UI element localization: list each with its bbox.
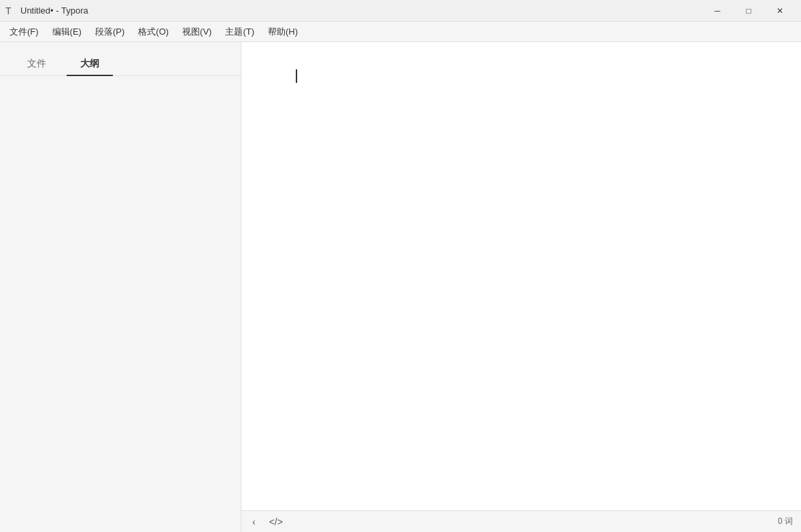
editor-content[interactable]	[241, 42, 801, 510]
typora-icon: T	[5, 5, 16, 16]
sidebar: 文件 大纲	[0, 42, 241, 532]
menu-help[interactable]: 帮助(H)	[261, 23, 305, 41]
tab-files[interactable]: 文件	[14, 52, 60, 75]
menu-format[interactable]: 格式(O)	[131, 23, 175, 41]
sidebar-tabs: 文件 大纲	[0, 42, 241, 76]
status-bar: ‹ </> 0 词	[241, 510, 801, 532]
sidebar-content	[0, 76, 241, 532]
tab-outline[interactable]: 大纲	[67, 52, 113, 75]
title-bar-left: T Untitled• - Typora	[5, 5, 88, 16]
status-bar-left: ‹ </>	[250, 515, 286, 529]
text-cursor	[296, 69, 297, 83]
maximize-button[interactable]: □	[733, 0, 764, 22]
title-bar: T Untitled• - Typora ─ □ ✕	[0, 0, 801, 22]
menu-edit[interactable]: 编辑(E)	[46, 23, 88, 41]
window-title: Untitled• - Typora	[20, 5, 88, 16]
source-code-button[interactable]: </>	[267, 515, 286, 529]
menu-paragraph[interactable]: 段落(P)	[88, 23, 131, 41]
menu-view[interactable]: 视图(V)	[175, 23, 218, 41]
menu-bar: 文件(F) 编辑(E) 段落(P) 格式(O) 视图(V) 主题(T) 帮助(H…	[0, 22, 801, 42]
menu-file[interactable]: 文件(F)	[3, 23, 46, 41]
close-button[interactable]: ✕	[764, 0, 796, 22]
back-button[interactable]: ‹	[250, 515, 258, 529]
editor-area: ‹ </> 0 词	[241, 42, 801, 532]
main-area: 文件 大纲 ‹ </> 0 词	[0, 42, 801, 532]
minimize-button[interactable]: ─	[702, 0, 733, 22]
menu-theme[interactable]: 主题(T)	[218, 23, 261, 41]
word-count: 0 词	[778, 516, 793, 527]
window-controls: ─ □ ✕	[702, 0, 796, 22]
